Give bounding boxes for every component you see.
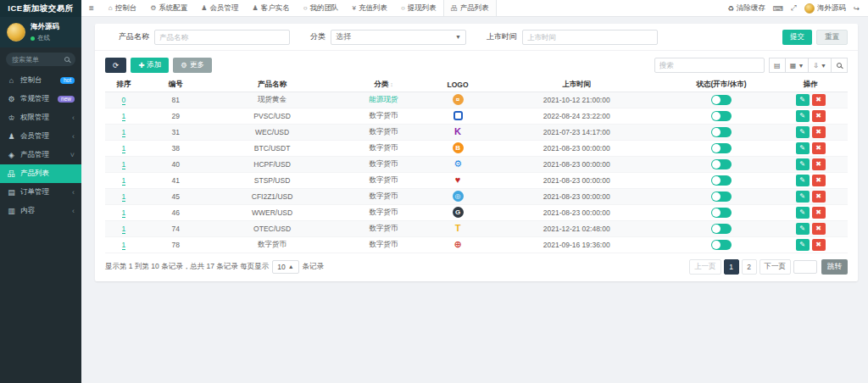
- sort-value-link[interactable]: 1: [122, 192, 126, 202]
- sort-value-link[interactable]: 0: [122, 96, 126, 105]
- user-menu[interactable]: 海外源码: [804, 3, 846, 14]
- edit-button[interactable]: ✎: [796, 158, 810, 170]
- prev-page-button[interactable]: 上一页: [689, 259, 721, 275]
- export-button[interactable]: ⇩ ▼: [808, 58, 832, 73]
- status-toggle[interactable]: [711, 159, 732, 169]
- delete-button[interactable]: ✖: [812, 223, 826, 235]
- page-button-1[interactable]: 1: [724, 259, 739, 275]
- add-button[interactable]: ✚ 添加: [131, 58, 169, 73]
- edit-button[interactable]: ✎: [796, 239, 810, 251]
- sidebar-item-label: 产品列表: [20, 169, 75, 179]
- sort-value-link[interactable]: 1: [122, 160, 126, 169]
- sort-value-link[interactable]: 1: [122, 128, 126, 137]
- console-icon[interactable]: ⌨: [773, 4, 783, 13]
- sort-value-link[interactable]: 1: [122, 144, 126, 153]
- delete-button[interactable]: ✖: [812, 175, 826, 186]
- topnav-item-label: 客户实名: [261, 3, 290, 14]
- cell-status: [670, 92, 774, 108]
- topnav-item-充值列表[interactable]: ¥充值列表: [346, 0, 394, 16]
- delete-button[interactable]: ✖: [812, 158, 826, 170]
- cell-list-time: 2021-08-23 00:00:00: [484, 140, 670, 156]
- view-toggle-button[interactable]: ▤: [769, 58, 786, 73]
- cell-logo: ⚙: [431, 156, 483, 172]
- status-toggle[interactable]: [711, 111, 732, 121]
- delete-button[interactable]: ✖: [812, 207, 826, 219]
- content: 产品名称 分类 选择 ▼ 上市时间 提交 重置: [81, 17, 868, 383]
- status-toggle[interactable]: [711, 143, 732, 153]
- column-header-分类[interactable]: 分类↕: [336, 78, 432, 92]
- delete-button[interactable]: ✖: [812, 126, 826, 138]
- sidebar-item-产品列表[interactable]: 品产品列表: [0, 164, 81, 183]
- category-select[interactable]: 选择 ▼: [331, 30, 466, 45]
- delete-button[interactable]: ✖: [812, 94, 826, 106]
- delete-button[interactable]: ✖: [812, 191, 826, 203]
- category-link[interactable]: 能源现货: [369, 95, 398, 103]
- list-icon: ▤: [7, 188, 16, 197]
- fullscreen-icon[interactable]: ⤢: [791, 3, 797, 13]
- pencil-icon: ✎: [799, 96, 805, 103]
- next-page-button[interactable]: 下一页: [760, 259, 792, 275]
- jump-page-input[interactable]: [793, 260, 817, 274]
- topnav-item-我的团队[interactable]: ○我的团队: [297, 0, 346, 16]
- search-toggle-button[interactable]: [831, 58, 848, 73]
- cell-status: [670, 220, 774, 236]
- status-toggle[interactable]: [711, 127, 732, 137]
- status-toggle[interactable]: [711, 208, 732, 218]
- sidebar-item-控制台[interactable]: ⌂控制台hot: [0, 71, 81, 90]
- sidebar-item-产品管理[interactable]: ◈产品管理˅: [0, 146, 81, 164]
- sidebar-item-权限管理[interactable]: ♔权限管理‹: [0, 108, 81, 127]
- sort-value-link[interactable]: 1: [122, 208, 126, 218]
- edit-button[interactable]: ✎: [796, 110, 810, 122]
- sidebar-item-会员管理[interactable]: ♟会员管理‹: [0, 127, 81, 146]
- status-toggle[interactable]: [711, 175, 732, 186]
- status-toggle[interactable]: [711, 95, 732, 105]
- reset-button[interactable]: 重置: [816, 30, 848, 45]
- column-header-label: 分类: [374, 80, 388, 88]
- sidebar-search-input[interactable]: [12, 56, 64, 64]
- sidebar-item-订单管理[interactable]: ▤订单管理‹: [0, 183, 81, 202]
- status-toggle[interactable]: [711, 192, 732, 202]
- yen-icon: ¥: [353, 4, 356, 12]
- cell-category: 数字货币: [336, 108, 432, 124]
- edit-button[interactable]: ✎: [796, 223, 810, 235]
- sort-value-link[interactable]: 1: [122, 241, 126, 250]
- edit-button[interactable]: ✎: [796, 142, 810, 154]
- topnav-item-提现列表[interactable]: ○提现列表: [394, 0, 443, 16]
- page-button-2[interactable]: 2: [742, 259, 757, 275]
- topnav-item-控制台[interactable]: ⌂控制台: [102, 0, 143, 16]
- submit-button[interactable]: 提交: [782, 30, 812, 45]
- logout-icon[interactable]: ↪: [854, 4, 860, 13]
- topnav-item-会员管理[interactable]: ♟会员管理: [194, 0, 245, 16]
- hamburger-icon[interactable]: ≡: [81, 0, 102, 16]
- edit-button[interactable]: ✎: [796, 191, 810, 203]
- sort-value-link[interactable]: 1: [122, 176, 126, 186]
- jump-button[interactable]: 跳转: [821, 259, 848, 275]
- sidebar-item-内容[interactable]: ▥内容‹: [0, 202, 81, 220]
- sort-value-link[interactable]: 1: [122, 112, 126, 121]
- topnav-item-系统配置[interactable]: ⚙系统配置: [143, 0, 194, 16]
- cell-product-name: HCPF/USD: [209, 156, 336, 172]
- page-size-select[interactable]: 10 ▲: [272, 260, 298, 274]
- clear-cache-button[interactable]: ♻ 清除缓存: [727, 3, 765, 14]
- sidebar-item-常规管理[interactable]: ⚙常规管理new: [0, 90, 81, 108]
- status-toggle[interactable]: [711, 224, 732, 234]
- delete-button[interactable]: ✖: [812, 142, 826, 154]
- list-time-input[interactable]: [522, 30, 658, 45]
- edit-button[interactable]: ✎: [796, 94, 810, 106]
- edit-button[interactable]: ✎: [796, 126, 810, 138]
- sort-value-link[interactable]: 1: [122, 225, 126, 234]
- more-button[interactable]: ⚙ 更多: [173, 58, 212, 73]
- status-toggle[interactable]: [711, 240, 732, 250]
- topnav-item-产品列表[interactable]: 品产品列表: [443, 0, 497, 16]
- columns-button[interactable]: ▦ ▼: [785, 58, 810, 73]
- delete-button[interactable]: ✖: [812, 239, 826, 251]
- delete-button[interactable]: ✖: [812, 110, 826, 122]
- refresh-button[interactable]: ⟳: [105, 58, 126, 73]
- edit-button[interactable]: ✎: [796, 175, 810, 186]
- edit-button[interactable]: ✎: [796, 207, 810, 219]
- table-search-input[interactable]: [654, 58, 765, 73]
- product-name-input[interactable]: [154, 30, 290, 45]
- cell-status: [670, 124, 774, 140]
- avatar: [804, 3, 815, 14]
- topnav-item-客户实名[interactable]: ♟客户实名: [246, 0, 297, 16]
